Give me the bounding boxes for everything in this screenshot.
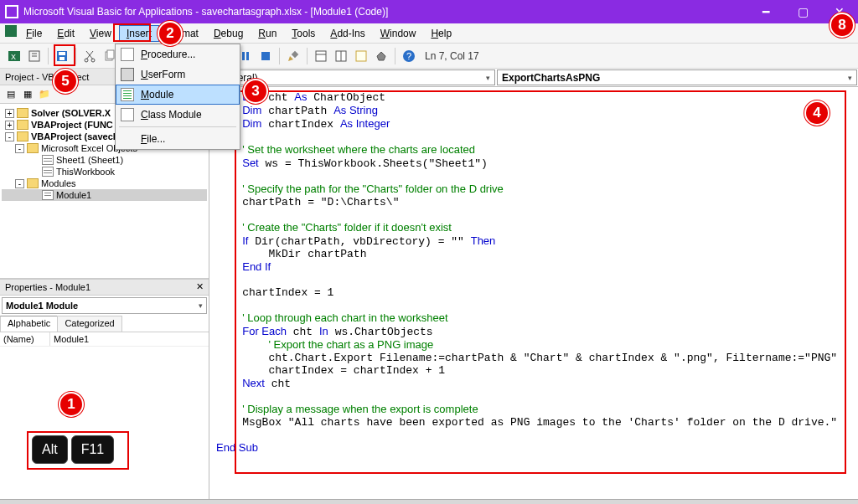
callout-3: 3 xyxy=(243,79,268,104)
menu-debug[interactable]: Debug xyxy=(206,25,251,42)
properties-object-combo[interactable]: Module1 Module▾ xyxy=(2,297,207,314)
properties-tabs: Alphabetic Categorized xyxy=(0,316,209,332)
properties-tab-alphabetic[interactable]: Alphabetic xyxy=(0,316,58,332)
view-code-button[interactable]: ▤ xyxy=(3,87,18,102)
project-explorer-button[interactable] xyxy=(312,47,330,65)
callout-4: 4 xyxy=(804,100,830,126)
menu-bar: File Edit View Insert Format Debug Run T… xyxy=(0,23,858,44)
tree-node[interactable]: ThisWorkbook xyxy=(2,166,207,177)
minimize-button[interactable]: ━ xyxy=(747,0,784,23)
design-mode-button[interactable] xyxy=(284,47,302,65)
property-value[interactable]: Module1 xyxy=(50,332,209,346)
excel-icon xyxy=(5,25,17,37)
code-editor[interactable]: Dim cht As ChartObject Dim chartPath As … xyxy=(209,87,858,499)
svg-rect-7 xyxy=(59,57,65,60)
cursor-position-status: Ln 7, Col 17 xyxy=(425,50,479,62)
callout-5: 5 xyxy=(53,69,78,94)
menu-run[interactable]: Run xyxy=(251,25,284,42)
svg-rect-28 xyxy=(356,51,366,61)
properties-title: Properties - Module1 ✕ xyxy=(0,279,209,296)
menu-insert[interactable]: Insert xyxy=(119,25,159,42)
svg-text:?: ? xyxy=(406,51,411,61)
tree-node[interactable]: Module1 xyxy=(2,189,207,201)
menu-edit[interactable]: Edit xyxy=(49,25,82,42)
tree-node[interactable]: Sheet1 (Sheet1) xyxy=(2,154,207,166)
insert-dropdown-menu: Procedure...UserFormModuleClass ModuleFi… xyxy=(115,44,240,150)
toolbox-button[interactable] xyxy=(372,47,390,65)
menu-tools[interactable]: Tools xyxy=(284,25,323,42)
toggle-folders-button[interactable]: 📁 xyxy=(37,87,52,102)
insert-menu-module[interactable]: Module xyxy=(116,85,240,105)
view-excel-button[interactable]: X xyxy=(5,47,23,65)
insert-item-button[interactable] xyxy=(25,47,44,65)
menu-addins[interactable]: Add-Ins xyxy=(323,25,372,42)
insert-menu-file[interactable]: File... xyxy=(116,129,240,149)
code-procedure-combo[interactable]: ExportChartsAsPNG▾ xyxy=(497,69,857,85)
callout-1: 1 xyxy=(59,392,84,417)
title-text: Microsoft Visual Basic for Applications … xyxy=(23,6,388,18)
status-bar-area xyxy=(0,499,858,504)
insert-menu-userform[interactable]: UserForm xyxy=(116,64,240,85)
maximize-button[interactable]: ▢ xyxy=(784,0,821,23)
menu-help[interactable]: Help xyxy=(423,25,459,42)
property-name: (Name) xyxy=(0,332,50,346)
callout-2: 2 xyxy=(158,21,183,46)
vba-app-icon xyxy=(5,5,18,18)
reset-button[interactable] xyxy=(256,47,275,65)
svg-rect-19 xyxy=(242,52,245,60)
callout-8: 8 xyxy=(830,13,855,38)
view-object-button[interactable]: ▦ xyxy=(20,87,35,102)
cut-button[interactable] xyxy=(80,47,99,65)
svg-rect-11 xyxy=(107,50,114,59)
tree-node[interactable]: -Modules xyxy=(2,177,207,189)
help-button[interactable]: ? xyxy=(400,47,418,65)
insert-menu-procedure[interactable]: Procedure... xyxy=(116,44,240,64)
insert-menu-classmodule[interactable]: Class Module xyxy=(116,105,240,125)
svg-rect-21 xyxy=(261,52,270,60)
menu-window[interactable]: Window xyxy=(373,25,424,42)
properties-window-button[interactable] xyxy=(332,47,350,65)
properties-close[interactable]: ✕ xyxy=(196,281,204,292)
alt-f11-keys: Alt F11 xyxy=(32,435,114,464)
menu-view[interactable]: View xyxy=(82,25,119,42)
save-button[interactable] xyxy=(53,47,71,65)
menu-file[interactable]: File xyxy=(18,25,49,42)
key-alt: Alt xyxy=(32,435,68,464)
properties-grid[interactable]: (Name) Module1 xyxy=(0,332,209,500)
svg-rect-6 xyxy=(59,52,65,55)
svg-rect-20 xyxy=(246,52,249,60)
code-header-combos: (General)▾ ExportChartsAsPNG▾ xyxy=(209,69,858,87)
svg-rect-24 xyxy=(316,51,326,61)
properties-tab-categorized[interactable]: Categorized xyxy=(57,316,121,332)
key-f11: F11 xyxy=(71,435,115,464)
title-bar: Microsoft Visual Basic for Applications … xyxy=(0,0,858,23)
svg-marker-22 xyxy=(288,56,293,61)
svg-rect-23 xyxy=(292,50,298,57)
object-browser-button[interactable] xyxy=(352,47,370,65)
svg-text:X: X xyxy=(11,53,16,61)
